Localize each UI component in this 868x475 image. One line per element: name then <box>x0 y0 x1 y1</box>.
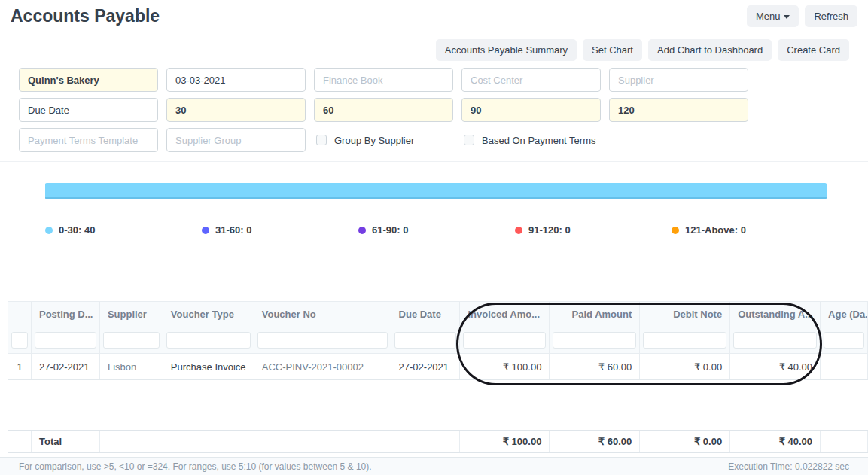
total-debit-note: ₹ 0.00 <box>640 431 730 452</box>
group-by-supplier-label: Group By Supplier <box>334 135 414 146</box>
legend-item-61-90: 61-90: 0 <box>358 224 515 236</box>
header-actions: Menu Refresh <box>747 5 857 27</box>
cell-invoiced-amount: ₹ 100.00 <box>460 354 550 379</box>
total-cell-supplier <box>100 431 163 452</box>
legend-dot-icon <box>202 227 209 234</box>
column-filter-outstanding-amount[interactable] <box>733 332 817 349</box>
cell-voucher-no-link[interactable]: ACC-PINV-2021-00002 <box>254 354 391 379</box>
chevron-down-icon <box>784 15 790 19</box>
table-row: 1 27-02-2021 Lisbon Purchase Invoice ACC… <box>8 354 868 380</box>
legend-dot-icon <box>515 227 522 234</box>
cost-center-filter-input[interactable] <box>461 68 601 92</box>
range4-filter-input[interactable] <box>609 98 748 122</box>
table-header-row: Posting D... Supplier Voucher Type Vouch… <box>8 301 868 327</box>
column-filter-paid-amount[interactable] <box>553 332 636 349</box>
supplier-group-filter-input[interactable] <box>166 128 306 152</box>
create-card-button[interactable]: Create Card <box>778 39 849 61</box>
comparison-hint-text: For comparison, use >5, <10 or =324. For… <box>19 461 372 472</box>
report-date-filter-input[interactable] <box>166 68 306 92</box>
chart-bar-track <box>45 183 827 199</box>
filter-section: Group By Supplier Based On Payment Terms <box>19 68 868 152</box>
set-chart-button[interactable]: Set Chart <box>583 39 642 61</box>
legend-item-121-above: 121-Above: 0 <box>672 224 828 236</box>
column-filter-invoiced-amount[interactable] <box>463 332 546 349</box>
column-header-paid-amount[interactable]: Paid Amount <box>550 302 640 327</box>
column-filter-supplier[interactable] <box>103 332 160 349</box>
column-header-due-date[interactable]: Due Date <box>391 302 461 327</box>
chart-legend: 0-30: 40 31-60: 0 61-90: 0 91-120: 0 121… <box>45 224 868 236</box>
legend-dot-icon <box>358 227 366 234</box>
report-toolbar: Accounts Payable Summary Set Chart Add C… <box>0 30 868 68</box>
add-chart-to-dashboard-button[interactable]: Add Chart to Dashboard <box>648 39 772 61</box>
payment-terms-template-filter-input[interactable] <box>19 128 158 152</box>
cell-due-date: 27-02-2021 <box>391 354 461 379</box>
table-filter-row <box>8 327 868 354</box>
company-filter-input[interactable] <box>19 68 158 92</box>
total-outstanding-amount: ₹ 40.00 <box>730 431 821 452</box>
column-header-voucher-no[interactable]: Voucher No <box>254 302 391 327</box>
ageing-based-on-filter-input[interactable] <box>19 98 158 122</box>
column-header-debit-note[interactable]: Debit Note <box>640 302 730 327</box>
column-filter-due-date[interactable] <box>394 332 457 349</box>
range3-filter-input[interactable] <box>461 98 601 122</box>
total-cell-rowindex <box>8 431 32 452</box>
column-header-invoiced-amount[interactable]: Invoiced Amo... <box>460 302 550 327</box>
total-cell-age-days <box>821 431 868 452</box>
group-by-supplier-checkbox[interactable] <box>316 135 327 145</box>
based-on-payment-terms-checkbox[interactable] <box>464 135 474 145</box>
legend-item-0-30: 0-30: 40 <box>45 224 202 236</box>
column-header-rowindex <box>8 302 32 327</box>
report-footer: For comparison, use >5, <10 or =324. For… <box>0 457 868 475</box>
menu-button[interactable]: Menu <box>747 5 799 27</box>
ageing-chart: 0-30: 40 31-60: 0 61-90: 0 91-120: 0 121… <box>0 183 868 236</box>
total-label: Total <box>32 431 100 452</box>
cell-voucher-type: Purchase Invoice <box>163 354 254 379</box>
range1-filter-input[interactable] <box>166 98 306 122</box>
based-on-payment-terms-checkbox-group: Based On Payment Terms <box>461 128 601 152</box>
total-invoiced-amount: ₹ 100.00 <box>460 431 550 452</box>
legend-dot-icon <box>672 227 679 234</box>
cell-paid-amount: ₹ 60.00 <box>550 354 640 379</box>
column-header-posting-date[interactable]: Posting D... <box>32 302 100 327</box>
cell-age-days <box>821 354 868 379</box>
legend-item-31-60: 31-60: 0 <box>202 224 358 236</box>
column-header-outstanding-amount[interactable]: Outstanding A... <box>730 302 821 327</box>
column-filter-posting-date[interactable] <box>35 332 96 349</box>
range2-filter-input[interactable] <box>314 98 453 122</box>
legend-label: 61-90: 0 <box>372 224 408 236</box>
column-filter-rowindex[interactable] <box>11 332 28 349</box>
cell-supplier[interactable]: Lisbon <box>100 354 163 379</box>
column-filter-debit-note[interactable] <box>643 332 726 349</box>
legend-dot-icon <box>45 227 53 234</box>
legend-label: 31-60: 0 <box>215 224 251 236</box>
based-on-payment-terms-label: Based On Payment Terms <box>482 135 596 146</box>
total-cell-due-date <box>391 431 461 452</box>
column-header-age-days[interactable]: Age (Da... <box>821 302 868 327</box>
column-filter-age-days[interactable] <box>824 332 864 349</box>
empty-rows-area <box>8 380 868 430</box>
cell-outstanding-amount: ₹ 40.00 <box>730 354 821 379</box>
column-filter-voucher-type[interactable] <box>166 332 251 349</box>
legend-label: 0-30: 40 <box>59 224 95 236</box>
page-title: Accounts Payable <box>11 6 160 26</box>
column-header-voucher-type[interactable]: Voucher Type <box>163 302 254 327</box>
refresh-button[interactable]: Refresh <box>805 5 857 27</box>
column-filter-voucher-no[interactable] <box>257 332 388 349</box>
total-cell-voucher-no <box>254 431 391 452</box>
supplier-filter-input[interactable] <box>609 68 748 92</box>
execution-time-text: Execution Time: 0.022822 sec <box>728 461 849 472</box>
legend-label: 91-120: 0 <box>528 224 571 236</box>
section-divider <box>0 161 868 162</box>
group-by-supplier-checkbox-group: Group By Supplier <box>314 128 453 152</box>
legend-item-91-120: 91-120: 0 <box>515 224 672 236</box>
total-cell-voucher-type <box>163 431 254 452</box>
page-header: Accounts Payable Menu Refresh <box>0 0 868 30</box>
cell-posting-date: 27-02-2021 <box>32 354 100 379</box>
accounts-payable-summary-button[interactable]: Accounts Payable Summary <box>436 39 577 61</box>
chart-bar-0-30[interactable] <box>45 183 827 197</box>
cell-row-index: 1 <box>8 354 32 379</box>
finance-book-filter-input[interactable] <box>314 68 453 92</box>
column-header-supplier[interactable]: Supplier <box>100 302 163 327</box>
total-paid-amount: ₹ 60.00 <box>550 431 640 452</box>
cell-debit-note: ₹ 0.00 <box>640 354 730 379</box>
